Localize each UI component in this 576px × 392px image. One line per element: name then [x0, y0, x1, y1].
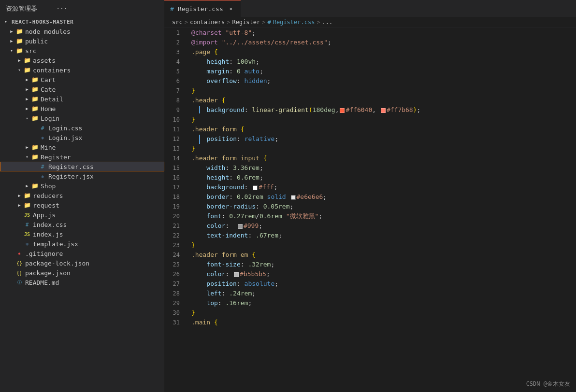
line-num-11: 11	[164, 125, 187, 134]
line-content-14: .header form input {	[187, 154, 576, 163]
sidebar-item-shop[interactable]: ▶ 📁 Shop	[0, 181, 164, 191]
sidebar-item-home[interactable]: ▶ 📁 Home	[0, 104, 164, 113]
src-folder-icon: 📁	[15, 47, 23, 55]
reducers-label: reducers	[31, 192, 164, 199]
line-num-8: 8	[164, 96, 187, 105]
sidebar-item-public[interactable]: ▶ 📁 public	[0, 36, 164, 46]
register-label: Register	[39, 154, 164, 161]
code-line-30: 30 }	[164, 308, 576, 318]
sidebar-item-mine[interactable]: ▶ 📁 Mine	[0, 142, 164, 152]
sidebar-item-indexcss[interactable]: ▶ # index.css	[0, 220, 164, 229]
detail-label: Detail	[39, 96, 164, 103]
line-num-14: 14	[164, 154, 187, 163]
home-folder-icon: 📁	[31, 105, 39, 112]
code-line-11: 11 .header form {	[164, 125, 576, 134]
line-num-1: 1	[164, 28, 187, 38]
line-content-6: overflow: hidden;	[187, 76, 576, 85]
code-line-24: 24 .header form em {	[164, 250, 576, 260]
sidebar-item-src[interactable]: ▾ 📁 src	[0, 46, 164, 56]
home-arrow: ▶	[23, 105, 31, 112]
line-content-5: margin: 0 auto;	[187, 67, 576, 76]
register-jsx-label: Register.jsx	[46, 173, 164, 180]
line-num-27: 27	[164, 280, 187, 289]
sidebar-item-readme[interactable]: ▶ ⓘ README.md	[0, 278, 164, 287]
sidebar-item-register-jsx[interactable]: ▶ ⚛ Register.jsx	[0, 171, 164, 181]
code-area[interactable]: 1 @charset "utf-8"; 2 @import "../../ass…	[164, 28, 576, 392]
src-label: src	[23, 47, 164, 55]
sidebar-item-appjs[interactable]: ▶ JS App.js	[0, 210, 164, 220]
login-label: Login	[39, 115, 164, 122]
gitignore-icon: ✱	[15, 250, 23, 257]
line-num-4: 4	[164, 57, 187, 67]
gitignore-label: .gitignore	[23, 250, 164, 257]
sidebar-item-node-modules[interactable]: ▶ 📁 node_modules	[0, 27, 164, 36]
tab-close-icon[interactable]: ×	[227, 5, 235, 13]
code-line-25: 25 font-size: .32rem;	[164, 260, 576, 269]
sidebar-item-containers[interactable]: ▾ 📁 containers	[0, 65, 164, 75]
line-content-28: left: .24rem;	[187, 289, 576, 298]
code-line-27: 27 position: absolute;	[164, 279, 576, 289]
sidebar: ▾ REACT-HOOKS-MASTER ▶ 📁 node_modules ▶ …	[0, 17, 164, 392]
bc-src: src	[172, 19, 183, 26]
sidebar-item-assets[interactable]: ▶ 📁 assets	[0, 56, 164, 65]
indexcss-label: index.css	[31, 221, 164, 228]
public-arrow: ▶	[8, 37, 15, 45]
line-num-12: 12	[164, 135, 187, 144]
login-jsx-icon: ⚛	[39, 134, 46, 141]
sidebar-item-packagejson[interactable]: ▶ {} package.json	[0, 268, 164, 278]
line-num-30: 30	[164, 308, 187, 318]
code-line-4: 4 height: 100vh;	[164, 57, 576, 67]
line-content-30: }	[187, 308, 576, 317]
line-content-12: position: relative;	[187, 134, 576, 144]
sidebar-item-packagelock[interactable]: ▶ {} package-lock.json	[0, 258, 164, 268]
code-line-28: 28 left: .24rem;	[164, 289, 576, 298]
sidebar-item-indexjs[interactable]: ▶ JS index.js	[0, 229, 164, 239]
line-num-28: 28	[164, 289, 187, 298]
code-line-23: 23 }	[164, 240, 576, 250]
containers-folder-icon: 📁	[23, 66, 31, 74]
tab-label: Register.css	[178, 5, 223, 13]
sidebar-item-reducers[interactable]: ▶ 📁 reducers	[0, 191, 164, 200]
sidebar-item-register[interactable]: ▾ 📁 Register	[0, 152, 164, 162]
sidebar-item-login[interactable]: ▾ 📁 Login	[0, 113, 164, 123]
node-modules-arrow: ▶	[8, 28, 15, 35]
detail-folder-icon: 📁	[31, 95, 39, 103]
register-css-label: Register.css	[46, 163, 164, 170]
sidebar-item-login-jsx[interactable]: ▶ ⚛ Login.jsx	[0, 133, 164, 142]
sidebar-item-gitignore[interactable]: ▶ ✱ .gitignore	[0, 249, 164, 258]
mine-folder-icon: 📁	[31, 143, 39, 151]
register-css-tab[interactable]: # Register.css ×	[164, 0, 241, 17]
sidebar-item-login-css[interactable]: ▶ # Login.css	[0, 123, 164, 133]
line-content-21: color: #999;	[187, 221, 576, 230]
line-num-25: 25	[164, 260, 187, 269]
indexjs-icon: JS	[23, 230, 31, 238]
shop-arrow: ▶	[23, 182, 31, 190]
bc-sep3: >	[262, 19, 265, 26]
root-arrow: ▾	[2, 18, 10, 26]
sidebar-root[interactable]: ▾ REACT-HOOKS-MASTER	[0, 17, 164, 27]
root-label: REACT-HOOKS-MASTER	[10, 19, 164, 25]
assets-folder-icon: 📁	[23, 56, 31, 64]
reducers-folder-icon: 📁	[23, 192, 31, 199]
line-num-15: 15	[164, 164, 187, 173]
sidebar-item-cate[interactable]: ▶ 📁 Cate	[0, 84, 164, 94]
line-content-3: .page {	[187, 47, 576, 56]
line-num-7: 7	[164, 86, 187, 96]
line-content-27: position: absolute;	[187, 279, 576, 288]
sidebar-item-register-css[interactable]: ▶ # Register.css	[0, 162, 164, 171]
sidebar-item-cart[interactable]: ▶ 📁 Cart	[0, 75, 164, 84]
public-folder-icon: 📁	[15, 37, 23, 45]
main-layout: ▾ REACT-HOOKS-MASTER ▶ 📁 node_modules ▶ …	[0, 17, 576, 392]
sidebar-item-request[interactable]: ▶ 📁 request	[0, 200, 164, 210]
node-modules-folder-icon: 📁	[15, 28, 23, 35]
tab-bar: # Register.css ×	[164, 0, 576, 17]
login-css-label: Login.css	[46, 125, 164, 132]
line-content-11: .header form {	[187, 125, 576, 134]
bc-containers: containers	[190, 19, 225, 26]
home-label: Home	[39, 105, 164, 112]
line-num-13: 13	[164, 144, 187, 154]
sidebar-item-detail[interactable]: ▶ 📁 Detail	[0, 94, 164, 104]
line-content-25: font-size: .32rem;	[187, 260, 576, 269]
menu-dots[interactable]: ···	[56, 5, 67, 12]
sidebar-item-templatejsx[interactable]: ▶ ⚛ template.jsx	[0, 239, 164, 249]
